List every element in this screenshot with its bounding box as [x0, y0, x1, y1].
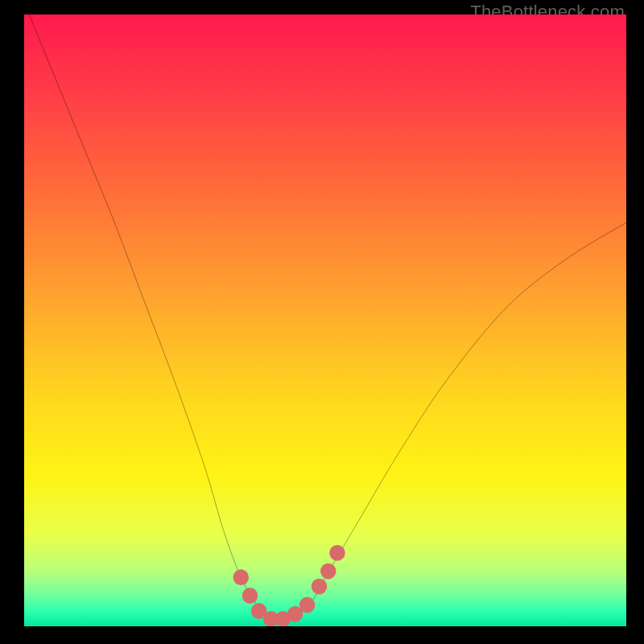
- marker-dot: [242, 588, 258, 604]
- marker-dot: [312, 579, 327, 595]
- chart-area: [24, 14, 626, 626]
- marker-dot: [329, 545, 345, 561]
- marker-dot: [233, 569, 249, 585]
- marker-dot: [320, 564, 336, 580]
- bottleneck-curve: [24, 14, 626, 626]
- curve-line: [24, 14, 626, 621]
- marker-dot: [299, 597, 315, 613]
- highlight-markers: [233, 545, 345, 626]
